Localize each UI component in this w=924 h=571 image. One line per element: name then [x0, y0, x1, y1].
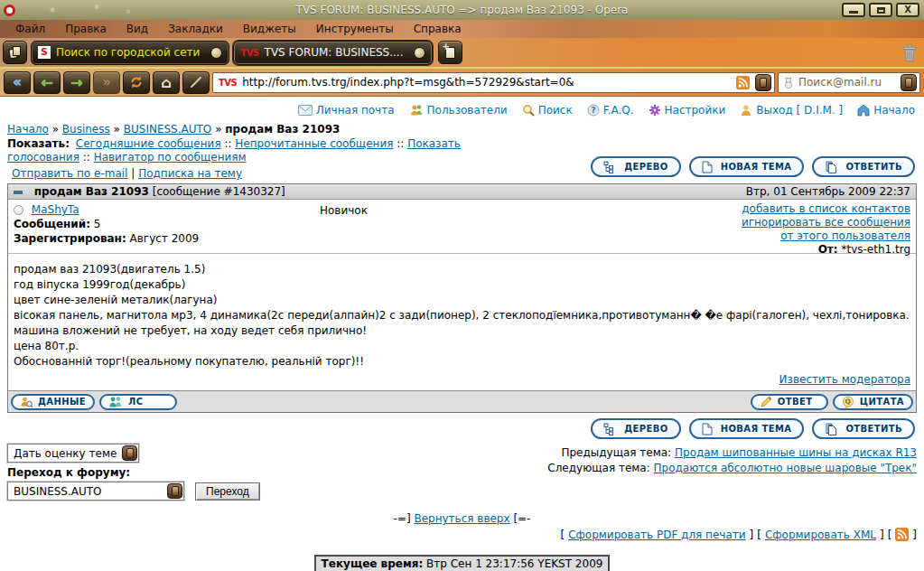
answer-button[interactable]: ОТВЕТ [751, 394, 828, 410]
breadcrumb-current-topic: продам Ваз 21093 [225, 123, 340, 136]
search-link[interactable]: Поиск [522, 104, 573, 117]
address-field[interactable]: TVS http://forum.tvs.trg/index.php?t=msg… [212, 72, 775, 93]
unread-messages-link[interactable]: Непрочитанные сообщения [235, 137, 393, 150]
tree-view-button[interactable]: ДЕРЕВО [591, 418, 680, 439]
add-contact-link[interactable]: добавить в список контактов [742, 202, 910, 215]
menu-file[interactable]: Файл [5, 23, 55, 35]
rss-feed-icon[interactable] [895, 528, 909, 541]
pencil-tool-button[interactable] [182, 71, 210, 94]
forum-home-link[interactable]: Начало [857, 104, 915, 117]
rate-topic-dropdown-icon[interactable] [122, 445, 137, 461]
tab1-close-icon[interactable] [210, 47, 222, 59]
from-host: *tvs-eth1.trg [841, 243, 910, 256]
private-message-button[interactable]: ЛС [99, 394, 177, 410]
fast-forward-button[interactable]: » [93, 71, 120, 94]
close-button[interactable]: X [896, 3, 919, 17]
post-container: продам Ваз 21093 [сообщение #1430327] Вт… [7, 183, 917, 413]
show-filter-bar: Показать: Сегодняшние сообщения :: Непро… [7, 137, 495, 164]
back-to-top-link[interactable]: Вернуться вверх [414, 512, 509, 525]
breadcrumb-sep: » [52, 123, 59, 136]
closed-tabs-trash-button[interactable] [902, 44, 917, 62]
report-moderator-link[interactable]: Известить модератора [779, 373, 910, 386]
post-body-line: продам ваз 21093(двигатель 1.5) [14, 262, 910, 277]
pdf-export-link[interactable]: Сформировать PDF для печати [568, 529, 745, 541]
tab2-close-icon[interactable] [414, 47, 425, 59]
reload-button[interactable] [123, 71, 150, 94]
new-tab-icon [445, 47, 455, 59]
registered-value: Август 2009 [130, 232, 200, 245]
settings-link[interactable]: Настройки [649, 104, 726, 117]
breadcrumb-category[interactable]: Business [62, 123, 110, 136]
rewind-icon: « [13, 76, 22, 89]
current-time-box: Текущее время: Втр Сен 1 23:17:56 YEKST … [314, 555, 611, 571]
new-topic-button[interactable]: НОВАЯ ТЕМА [689, 156, 805, 177]
restore-button[interactable] [869, 3, 892, 17]
subscribe-topic-link[interactable]: Подписка на тему [138, 167, 242, 180]
breadcrumb-home[interactable]: Начало [7, 123, 49, 136]
reply-button[interactable]: ОТВЕТИТЬ [812, 156, 915, 177]
back-to-top-row: -=] Вернуться вверх [=- [7, 512, 917, 525]
post-message-ref: [сообщение #1430327] [153, 185, 285, 198]
settings-label: Настройки [665, 104, 726, 117]
author-link[interactable]: MaShyTa [32, 203, 79, 216]
tree-view-button[interactable]: ДЕРЕВО [591, 156, 680, 177]
panels-toggle-button[interactable] [3, 41, 27, 64]
forward-button[interactable]: → [63, 71, 90, 94]
menu-widgets[interactable]: Виджеты [233, 23, 306, 35]
forum-home-icon [857, 104, 870, 117]
quote-button[interactable]: Q ЦИТАТА [833, 394, 913, 410]
new-tab-button[interactable] [438, 41, 462, 64]
menu-tools[interactable]: Инструменты [306, 23, 404, 35]
next-topic-link[interactable]: Продаются абсолютно новые шаровые "Трек" [654, 462, 917, 474]
rss-icon[interactable] [736, 76, 750, 89]
question-icon: ? [587, 104, 600, 117]
search-dropdown-button[interactable] [901, 74, 917, 91]
faq-link[interactable]: ? F.A.Q. [587, 104, 634, 117]
xml-export-link[interactable]: Сформировать XML [765, 529, 876, 541]
post-footer: ДАННЫЕ ЛС [8, 390, 916, 412]
minimize-button[interactable] [842, 3, 865, 17]
users-link[interactable]: Пользователи [409, 104, 508, 117]
post-title: продам Ваз 21093 [34, 185, 149, 198]
logout-link[interactable]: Выход [ D.I.M. ] [740, 104, 843, 117]
send-email-link[interactable]: Отправить по e-mail [12, 167, 127, 180]
user-data-button[interactable]: ДАННЫЕ [11, 394, 95, 410]
new-topic-button[interactable]: НОВАЯ ТЕМА [689, 418, 805, 439]
forum-select[interactable]: BUSINESS.AUTO [7, 482, 184, 501]
search-field[interactable]: Поиск@mail.ru [778, 72, 920, 93]
forum-select-dropdown-icon[interactable] [167, 483, 182, 499]
back-button[interactable]: ← [33, 71, 61, 94]
menu-view[interactable]: Вид [117, 23, 158, 35]
tab-tvs-forum[interactable]: TVS TVS FORUM: BUSINESS.... [233, 41, 433, 65]
rewind-button[interactable]: « [4, 71, 31, 94]
collapse-post-icon[interactable] [14, 191, 23, 194]
menu-bookmarks[interactable]: Закладки [158, 23, 233, 35]
ignore-messages-link[interactable]: игнорировать все сообщения [742, 216, 910, 229]
home-icon: ⌂ [161, 76, 171, 89]
search-input[interactable]: Поиск@mail.ru [798, 76, 896, 89]
menu-help[interactable]: Справка [404, 23, 471, 35]
pm-people-icon [108, 396, 123, 408]
post-body-line: машина вложений не требует, на ходу веде… [14, 323, 910, 339]
private-mail-link[interactable]: Личная почта [298, 104, 395, 117]
address-url[interactable]: http://forum.tvs.trg/index.php?t=msg&th=… [242, 76, 731, 89]
prev-topic-link[interactable]: Продам шипованные шины на дисках R13 [675, 446, 917, 459]
menu-edit[interactable]: Правка [55, 23, 117, 35]
home-button[interactable]: ⌂ [153, 71, 180, 94]
tree-button-label: ДЕРЕВО [624, 424, 667, 434]
go-button[interactable]: Переход [195, 482, 260, 501]
reply-button[interactable]: ОТВЕТИТЬ [812, 418, 915, 439]
message-navigator-link[interactable]: Навигатор по сообщениям [94, 151, 247, 164]
breadcrumb-forum[interactable]: BUSINESS.AUTO [124, 123, 212, 136]
tab-city-search[interactable]: S Поиск по городской сети [31, 41, 229, 65]
adjacent-topics: Предыдущая тема: Продам шипованные шины … [547, 444, 917, 501]
users-label: Пользователи [427, 104, 508, 117]
from-this-user-link[interactable]: от этого пользователя [780, 229, 910, 242]
bracket: ] [750, 529, 754, 541]
new-page-icon [702, 161, 713, 173]
show-label: Показать: [7, 137, 70, 150]
todays-messages-link[interactable]: Сегодняшние сообщения [76, 137, 221, 150]
user-icon [740, 104, 752, 117]
address-dropdown-button[interactable] [755, 74, 771, 91]
rate-topic-select[interactable]: Дать оценку теме [7, 444, 139, 463]
